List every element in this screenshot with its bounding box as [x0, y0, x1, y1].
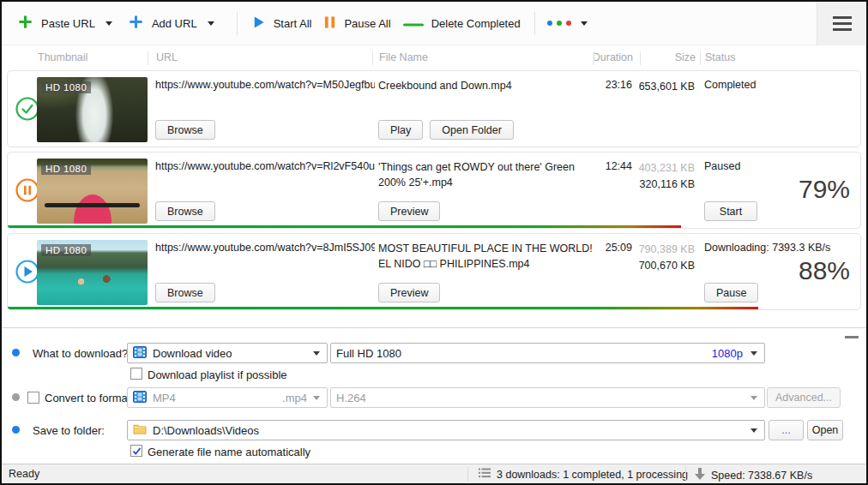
size-total: 790,389 KB: [633, 242, 695, 258]
download-mode-value: Download video: [153, 347, 307, 360]
main-toolbar: Paste URL Add URL Start All Pause All De…: [2, 2, 866, 45]
convert-to-format-label: Convert to format:: [45, 392, 134, 404]
col-url: URL: [156, 51, 178, 63]
duration-value: 23:16: [564, 79, 632, 91]
col-thumbnail: Thumbnail: [38, 51, 87, 63]
toolbar-separator: [237, 12, 238, 35]
video-url: https://www.youtube.com/watch?v=Rl2vF540…: [155, 160, 375, 172]
size-value: 653,601 KB: [633, 79, 695, 95]
pause-button[interactable]: Pause: [704, 283, 758, 302]
more-tools-button[interactable]: [546, 15, 589, 31]
downloads-list-icon: [479, 468, 491, 481]
format-select[interactable]: MP4 .mp4: [127, 387, 328, 408]
autoname-checkbox-label: Generate file name automatically: [148, 446, 310, 458]
browse-button[interactable]: Browse: [155, 201, 215, 221]
progress-bar: [8, 307, 758, 309]
collapse-panel-icon[interactable]: [845, 336, 859, 338]
download-row-2[interactable]: HD 1080 https://www.youtube.com/watch?v=…: [7, 152, 861, 229]
hamburger-icon: [833, 16, 852, 19]
add-url-button[interactable]: Add URL: [124, 9, 201, 38]
add-url-label: Add URL: [152, 17, 197, 30]
hd-badge: HD 1080: [41, 244, 91, 256]
paste-url-button[interactable]: Paste URL: [14, 9, 99, 38]
more-tools-dropdown-icon: [581, 21, 588, 26]
preview-button[interactable]: Preview: [378, 283, 440, 302]
bullet-blue-icon: [12, 426, 20, 434]
play-button[interactable]: Play: [378, 120, 423, 140]
dot-blue-icon: [547, 21, 552, 26]
start-all-button[interactable]: Start All: [248, 9, 316, 38]
check-icon: [132, 446, 142, 456]
col-file-name: File Name: [379, 51, 428, 63]
folder-select[interactable]: D:\Downloads\Videos: [127, 420, 765, 440]
size-downloaded: 700,670 KB: [633, 258, 695, 274]
advanced-button[interactable]: Advanced...: [767, 387, 841, 408]
playlist-checkbox[interactable]: [130, 368, 142, 380]
video-thumbnail: HD 1080: [37, 159, 148, 224]
video-thumbnail: HD 1080: [37, 240, 148, 305]
col-size: Size: [634, 51, 696, 63]
progress-bar: [8, 225, 681, 228]
film-icon: [133, 391, 147, 405]
speed-arrow-icon: [695, 468, 705, 482]
bullet-blue-icon: [12, 349, 20, 356]
downloads-summary: 3 downloads: 1 completed, 1 processing: [479, 468, 688, 481]
list-header: Thumbnail URL File Name Duration Size St…: [2, 46, 866, 69]
pause-all-button[interactable]: Pause All: [320, 9, 394, 38]
pause-icon: [323, 15, 336, 33]
open-folder-button[interactable]: Open: [807, 420, 843, 440]
video-url: https://www.youtube.com/watch?v=M50Jegfb…: [155, 79, 375, 91]
download-mode-select[interactable]: Download video: [127, 343, 328, 363]
progress-percent: 79%: [799, 175, 850, 204]
hd-badge: HD 1080: [41, 81, 91, 93]
browse-button[interactable]: Browse: [155, 283, 215, 302]
menu-button[interactable]: [817, 2, 866, 45]
format-value: MP4: [153, 392, 276, 404]
status-value: Paused: [704, 160, 857, 172]
quality-value: Full HD 1080: [336, 347, 706, 360]
paste-url-label: Paste URL: [41, 17, 95, 30]
status-bar: Ready 3 downloads: 1 completed, 1 proces…: [2, 464, 866, 483]
folder-icon: [133, 423, 147, 437]
col-status: Status: [705, 51, 735, 63]
quality-select[interactable]: Full HD 1080 1080p: [330, 343, 765, 363]
quality-tag: 1080p: [712, 347, 743, 360]
file-name: Creekbound and Down.mp4: [378, 79, 594, 94]
hd-badge: HD 1080: [41, 163, 91, 175]
col-duration: Duration: [564, 51, 633, 63]
download-row-3[interactable]: HD 1080 https://www.youtube.com/watch?v=…: [7, 233, 861, 310]
browse-button[interactable]: Browse: [155, 120, 215, 140]
chevron-down-icon: [750, 428, 757, 433]
status-value: Completed: [704, 79, 857, 91]
codec-select[interactable]: H.264: [330, 387, 765, 408]
plus-blue-icon: [128, 14, 144, 33]
play-icon: [251, 15, 266, 33]
paste-url-dropdown-icon[interactable]: [105, 21, 112, 26]
duration-value: 12:44: [564, 160, 632, 172]
video-thumbnail: HD 1080: [37, 77, 148, 142]
panel-divider: [2, 327, 866, 328]
add-url-dropdown-icon[interactable]: [208, 21, 214, 26]
progress-percent: 88%: [799, 256, 850, 285]
what-to-download-label: What to download?: [33, 347, 128, 360]
duration-value: 25:09: [564, 242, 632, 254]
folder-path-value: D:\Downloads\Videos: [153, 424, 744, 437]
status-ready: Ready: [9, 468, 39, 480]
delete-completed-button[interactable]: Delete Completed: [400, 12, 524, 35]
bullet-gray-icon: [12, 393, 20, 401]
download-row-1[interactable]: HD 1080 https://www.youtube.com/watch?v=…: [7, 70, 861, 147]
file-name: 'Things can get ROWDY out there' Green 2…: [378, 160, 594, 190]
open-folder-button[interactable]: Open Folder: [430, 120, 513, 140]
chevron-down-icon: [313, 396, 320, 400]
preview-button[interactable]: Preview: [378, 201, 440, 221]
speed-indicator: Speed: 7338.67 KB/s: [695, 468, 812, 482]
browse-folder-button[interactable]: ...: [769, 420, 804, 440]
convert-checkbox[interactable]: [27, 392, 39, 404]
chevron-down-icon: [313, 351, 320, 356]
save-to-folder-label: Save to folder:: [33, 424, 105, 437]
film-icon: [133, 346, 147, 361]
start-button[interactable]: Start: [704, 201, 757, 221]
dash-green-icon: [403, 17, 424, 30]
autoname-checkbox[interactable]: [130, 445, 142, 457]
delete-completed-label: Delete Completed: [431, 17, 521, 30]
